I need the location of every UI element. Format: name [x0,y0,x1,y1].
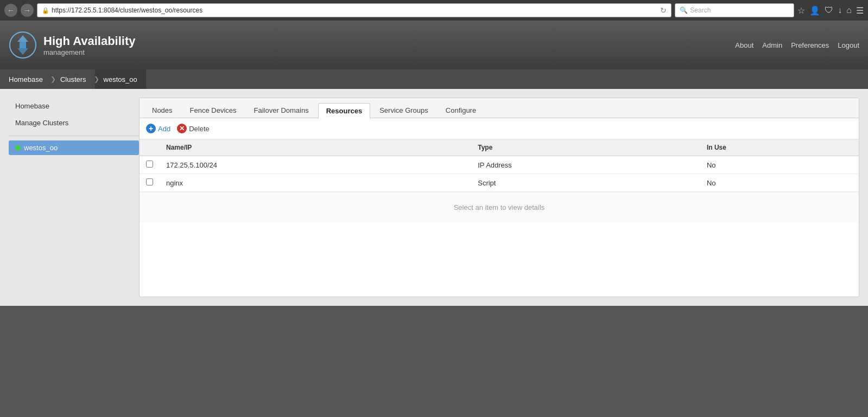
logo-svg [9,31,37,59]
tab-failover-domains[interactable]: Failover Domains [246,102,317,118]
logo-text: High Availability management [43,34,136,56]
resources-table: Name/IP Type In Use 172.25.5.100/24 IP A… [140,139,859,192]
sidebar-divider [9,136,139,136]
tabs-bar: Nodes Fence Devices Failover Domains Res… [140,98,859,118]
tab-fence-devices[interactable]: Fence Devices [182,102,245,118]
row2-type: Script [471,174,700,192]
tab-configure[interactable]: Configure [438,102,484,118]
app-title: High Availability [43,34,136,48]
tab-nodes[interactable]: Nodes [144,102,181,118]
row2-checkbox[interactable] [146,178,153,185]
detail-area: Select an item to view details [140,192,859,222]
table-body: 172.25.5.100/24 IP Address No nginx Scri… [140,156,859,192]
logout-link[interactable]: Logout [838,41,859,49]
home-icon[interactable]: ⌂ [846,5,852,15]
search-icon: 🔍 [680,7,688,14]
bookmark-icon[interactable]: ☆ [797,5,805,16]
row1-type: IP Address [471,156,700,174]
add-button[interactable]: + Add [146,124,170,133]
search-placeholder: Search [690,7,711,14]
breadcrumb-homebase[interactable]: Homebase [0,69,52,89]
cluster-name-label: westos_oo [24,144,58,152]
admin-link[interactable]: Admin [762,41,782,49]
row1-nameip: 172.25.5.100/24 [160,156,471,174]
shield-icon[interactable]: 🛡 [825,5,833,15]
forward-button[interactable]: → [21,4,34,17]
main-content: Homebase Manage Clusters westos_oo Nodes… [0,89,868,306]
browser-toolbar-right: ☆ 👤 🛡 ↓ ⌂ ☰ [797,5,864,16]
header-nav: About Admin Preferences Logout [735,41,859,49]
sidebar: Homebase Manage Clusters westos_oo [9,98,139,297]
table-row[interactable]: 172.25.5.100/24 IP Address No [140,156,859,174]
download-icon[interactable]: ↓ [838,5,842,15]
browser-search-box[interactable]: 🔍 Search [675,3,794,17]
table-row[interactable]: nginx Script No [140,174,859,192]
detail-placeholder: Select an item to view details [454,203,545,211]
row2-nameip: nginx [160,174,471,192]
account-icon[interactable]: 👤 [809,5,820,16]
row1-inuse: No [700,156,859,174]
col-checkbox [140,139,160,156]
sidebar-item-cluster[interactable]: westos_oo [9,140,139,155]
app-header: High Availability management About Admin… [0,21,868,69]
x-icon: ✕ [177,124,187,133]
app-subtitle: management [43,48,136,56]
row2-checkbox-cell[interactable] [140,174,160,192]
sidebar-item-manage-clusters[interactable]: Manage Clusters [9,114,139,131]
delete-button[interactable]: ✕ Delete [177,124,210,133]
table-header: Name/IP Type In Use [140,139,859,156]
browser-chrome: ← → 🔒 https://172.25.5.1:8084/cluster/we… [0,0,868,21]
row1-checkbox[interactable] [146,161,153,168]
panel-toolbar: + Add ✕ Delete [140,118,859,139]
sidebar-item-homebase[interactable]: Homebase [9,98,139,114]
cluster-status-dot [15,145,21,151]
app-logo: High Availability management [9,31,136,59]
main-panel: Nodes Fence Devices Failover Domains Res… [139,98,859,297]
about-link[interactable]: About [735,41,753,49]
add-label: Add [158,125,170,133]
page-footer: https://blog.csdn.net/su_use [0,306,868,417]
plus-icon: + [146,124,156,133]
breadcrumb-cluster-name[interactable]: westos_oo [95,69,146,89]
tab-service-groups[interactable]: Service Groups [371,102,436,118]
col-inuse: In Use [700,139,859,156]
url-text: https://172.25.5.1:8084/cluster/westos_o… [52,7,658,14]
breadcrumb: Homebase Clusters westos_oo [0,69,868,89]
back-button[interactable]: ← [4,4,17,17]
tab-resources[interactable]: Resources [318,103,370,118]
address-bar: 🔒 https://172.25.5.1:8084/cluster/westos… [37,3,671,17]
menu-icon[interactable]: ☰ [856,5,864,16]
preferences-link[interactable]: Preferences [791,41,829,49]
lock-icon: 🔒 [42,7,49,14]
svg-marker-2 [17,42,28,55]
delete-label: Delete [189,125,210,133]
breadcrumb-clusters[interactable]: Clusters [52,69,95,89]
reload-button[interactable]: ↻ [660,6,667,15]
col-nameip: Name/IP [160,139,471,156]
row2-inuse: No [700,174,859,192]
row1-checkbox-cell[interactable] [140,156,160,174]
col-type: Type [471,139,700,156]
